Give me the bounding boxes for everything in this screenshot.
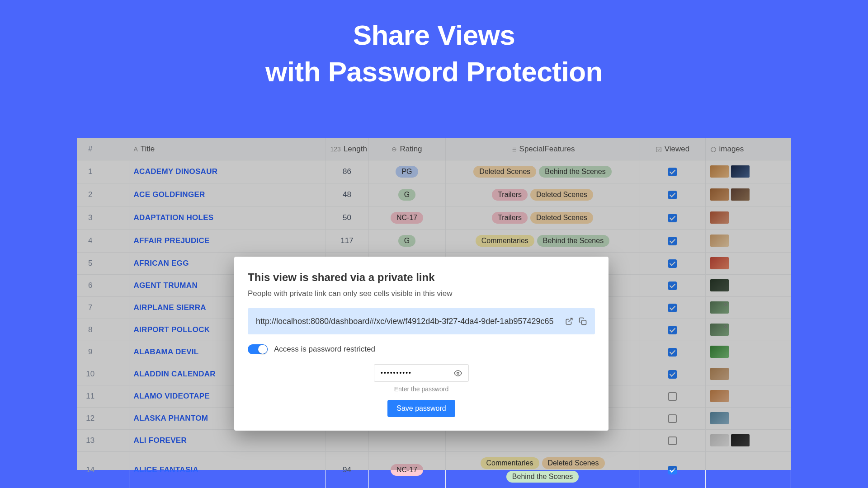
thumbnail[interactable] [710,211,729,224]
length-cell[interactable]: 86 [326,160,368,183]
rating-pill: NC-17 [391,464,423,476]
copy-link-icon[interactable] [579,317,587,326]
rating-pill: G [398,235,415,247]
col-length: Length [344,145,367,153]
thumbnails [710,301,787,314]
rating-cell[interactable] [368,429,445,451]
title-link[interactable]: ALASKA PHANTOM [134,414,208,422]
viewed-checkbox[interactable] [668,214,677,222]
share-url-text[interactable]: http://localhost:8080/dashboard#/xc/view… [256,315,560,327]
title-link[interactable]: AGENT TRUMAN [134,281,198,290]
viewed-checkbox[interactable] [668,259,677,268]
text-type-icon: A [134,145,138,153]
table-row[interactable]: 3 ADAPTATION HOLES 50 NC-17 TrailersDele… [77,206,791,229]
viewed-checkbox[interactable] [668,282,677,290]
password-input[interactable] [381,369,444,376]
length-cell[interactable] [326,429,368,451]
col-rating: Rating [400,145,422,153]
viewed-checkbox[interactable] [668,191,677,199]
rating-cell[interactable]: NC-17 [368,451,445,488]
open-link-icon[interactable] [565,317,573,326]
viewed-checkbox[interactable] [668,370,677,379]
features-cell[interactable]: TrailersDeleted Scenes [445,206,640,229]
thumbnails [710,390,787,402]
table-row[interactable]: 14 ALICE FANTASIA 94 NC-17 CommentariesD… [77,451,791,488]
length-cell[interactable]: 50 [326,206,368,229]
thumbnails [710,165,787,178]
features-cell[interactable]: CommentariesBehind the Scenes [445,229,640,252]
thumbnail[interactable] [710,235,729,247]
rating-cell[interactable]: PG [368,160,445,183]
title-link[interactable]: ALABAMA DEVIL [134,347,199,356]
save-password-button[interactable]: Save password [387,400,455,417]
row-number: 14 [77,451,129,488]
table-row[interactable]: 1 ACADEMY DINOSAUR 86 PG Deleted ScenesB… [77,160,791,183]
title-link[interactable]: ACE GOLDFINGER [134,190,205,199]
viewed-checkbox[interactable] [668,348,677,357]
thumbnail[interactable] [710,165,729,178]
thumbnail[interactable] [710,390,729,402]
table-row[interactable]: 2 ACE GOLDFINGER 48 G TrailersDeleted Sc… [77,183,791,206]
row-number: 3 [77,206,129,229]
features-cell[interactable]: Deleted ScenesBehind the Scenes [445,160,640,183]
viewed-checkbox[interactable] [668,436,677,445]
thumbnail[interactable] [731,165,750,178]
title-link[interactable]: AIRPORT POLLOCK [134,325,210,334]
thumbnail[interactable] [710,188,729,201]
rating-pill: PG [396,166,418,178]
thumbnail[interactable] [710,257,729,269]
title-link[interactable]: AFRICAN EGG [134,259,189,267]
viewed-checkbox[interactable] [668,237,677,245]
table-row[interactable]: 13 ALI FOREVER [77,429,791,451]
thumbnail[interactable] [710,412,729,424]
rating-cell[interactable]: G [368,183,445,206]
thumbnails [710,412,787,424]
viewed-checkbox[interactable] [668,304,677,312]
viewed-checkbox[interactable] [668,414,677,423]
rating-cell[interactable]: NC-17 [368,206,445,229]
thumbnail[interactable] [710,301,729,314]
row-number: 12 [77,407,129,429]
row-number: 13 [77,429,129,451]
viewed-checkbox[interactable] [668,466,677,474]
row-number: 8 [77,319,129,341]
length-cell[interactable]: 94 [326,451,368,488]
title-link[interactable]: ALI FOREVER [134,436,187,445]
rating-pill: G [398,189,415,201]
feature-tag: Deleted Scenes [473,166,536,178]
feature-tag: Trailers [492,189,528,201]
features-cell[interactable]: CommentariesDeleted ScenesBehind the Sce… [445,451,640,488]
viewed-checkbox[interactable] [668,168,677,176]
title-link[interactable]: ACADEMY DINOSAUR [134,167,218,176]
header-row: # ATitle 123Length ⊖Rating SpecialFeatur… [77,138,791,160]
reveal-password-icon[interactable] [454,369,462,377]
title-link[interactable]: AFFAIR PREJUDICE [134,236,210,245]
thumbnail[interactable] [710,434,729,446]
viewed-checkbox[interactable] [668,392,677,401]
features-cell[interactable]: TrailersDeleted Scenes [445,183,640,206]
thumbnail[interactable] [710,324,729,336]
rating-cell[interactable]: G [368,229,445,252]
thumbnail[interactable] [731,434,750,446]
title-link[interactable]: ALAMO VIDEOTAPE [134,392,210,400]
length-cell[interactable]: 48 [326,183,368,206]
features-cell[interactable] [445,429,640,451]
password-hint: Enter the password [248,385,595,393]
row-number: 10 [77,363,129,385]
title-link[interactable]: AIRPLANE SIERRA [134,303,206,312]
thumbnail[interactable] [710,368,729,380]
col-viewed: Viewed [665,145,689,153]
title-link[interactable]: ALICE FANTASIA [134,465,199,474]
feature-tag: Behind the Scenes [539,166,611,178]
length-cell[interactable]: 117 [326,229,368,252]
thumbnail[interactable] [731,188,750,201]
col-number: # [88,145,92,153]
title-link[interactable]: ALADDIN CALENDAR [134,370,216,378]
thumbnail[interactable] [710,279,729,291]
title-link[interactable]: ADAPTATION HOLES [134,213,214,222]
viewed-checkbox[interactable] [668,326,677,334]
password-restrict-toggle[interactable] [248,344,268,354]
thumbnail[interactable] [710,346,729,358]
password-field-wrapper [374,364,469,382]
table-row[interactable]: 4 AFFAIR PREJUDICE 117 G CommentariesBeh… [77,229,791,252]
